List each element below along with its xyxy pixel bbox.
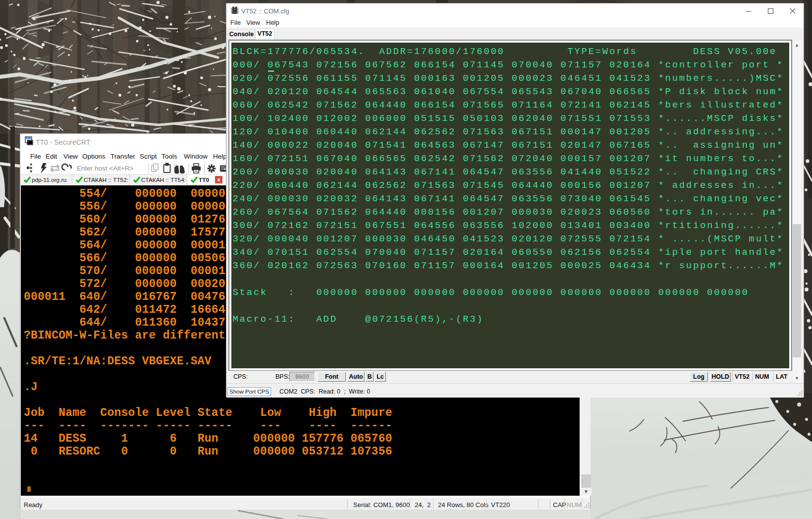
svg-text:Enter host <Alt+R>: Enter host <Alt+R> <box>77 165 134 172</box>
